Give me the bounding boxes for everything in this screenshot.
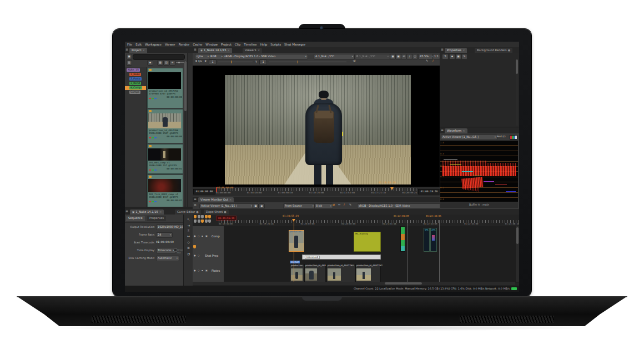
eye-icon[interactable]: ○: [198, 235, 200, 237]
scrollbar-handle[interactable]: [385, 282, 422, 285]
timeline-hscrollbar[interactable]: [193, 282, 515, 285]
gamma-slider[interactable]: [269, 62, 346, 62]
panel-menu-icon[interactable]: ≡: [441, 48, 444, 52]
panel-menu-icon[interactable]: ≡: [125, 48, 128, 52]
menu-item[interactable]: Scripts: [270, 43, 281, 46]
lock-icon[interactable]: ▪: [202, 270, 203, 272]
razor-tool-icon[interactable]: ≣: [187, 246, 190, 250]
bin-item[interactable]: 1_Nuke: [129, 73, 141, 76]
display-transform-dropdown[interactable]: sRGB - Display/ACES 1.0 - SDR Video▾: [223, 54, 308, 59]
viewer-playhead-handle[interactable]: [390, 187, 394, 190]
clip-striped[interactable]: [400, 226, 405, 252]
tag-shield-icon[interactable]: [194, 215, 197, 218]
clip-plate-1[interactable]: production: [290, 264, 304, 282]
bin-clip-card[interactable]: 101_fish_0201_comp v1 2048x1080 115f @24…: [147, 174, 183, 207]
tag-shield-icon[interactable]: [205, 215, 208, 218]
select-tool-icon[interactable]: ↖: [187, 218, 190, 222]
input-b-dropdown[interactable]: B 1_Nuk../15*▾: [355, 54, 390, 59]
alpha-icon[interactable]: ∕: [344, 203, 345, 207]
output-resolution-dropdown[interactable]: 1920x1080 HD_1080▾: [156, 225, 185, 230]
lut-pencil-icon[interactable]: ✎: [349, 203, 351, 207]
bit-depth-dropdown[interactable]: 8 bit▾: [314, 203, 333, 209]
menu-item[interactable]: Clip: [235, 43, 240, 46]
time-display-dropdown[interactable]: Timecode▾: [156, 248, 176, 253]
view-grid-button[interactable]: ▦: [157, 60, 163, 66]
track-header-plates[interactable]: ● ○ ▪ ▣ Plates: [193, 263, 224, 282]
menu-item[interactable]: Edit: [135, 43, 142, 46]
tree-row[interactable]: Comps: [129, 91, 146, 94]
bin-search-input[interactable]: [133, 54, 185, 60]
start-timecode-value[interactable]: 01:00:00:00: [156, 241, 174, 243]
bin-clip-card[interactable]: production_id_4957766 1920x1080 250f @50…: [147, 109, 183, 143]
clip-plate-2[interactable]: production_id_495: [304, 264, 325, 282]
menu-item[interactable]: Window: [205, 43, 218, 46]
tree-row[interactable]: Nuke_15: [127, 68, 146, 72]
menu-item[interactable]: Viewer: [165, 43, 175, 46]
viewer-out-tc[interactable]: 01:00:19:20: [418, 189, 440, 195]
tree-row[interactable]: 1_Nuke: [129, 73, 146, 77]
scrollbar-handle[interactable]: [516, 59, 518, 74]
view-list-button[interactable]: ▤: [163, 60, 169, 66]
scope-channel-label[interactable]: Red (r): [497, 135, 506, 138]
menu-item[interactable]: File: [127, 43, 132, 46]
gain-prev-icon[interactable]: ◀: [195, 60, 197, 63]
close-icon[interactable]: ×: [462, 129, 465, 133]
speaker-icon[interactable]: ◄): [353, 59, 356, 63]
viewer-in-tc[interactable]: 01:00:00:00: [193, 189, 215, 195]
clip-retime-1[interactable]: -0%: [424, 228, 430, 252]
bin-item[interactable]: Nuke_15: [127, 68, 140, 72]
viewer-canvas[interactable]: 01:19:55:19: [193, 66, 440, 187]
close-icon[interactable]: ×: [462, 49, 465, 52]
bin-item[interactable]: 2_Foota: [129, 77, 142, 81]
subtab-sequence[interactable]: Sequence: [126, 216, 145, 221]
tag-shield-icon[interactable]: [208, 215, 211, 218]
pencil-icon[interactable]: ✎: [426, 59, 428, 63]
waveform-scope[interactable]: 1.00.80.60.40.20.0: [440, 141, 518, 202]
panel-menu-icon[interactable]: ≡: [194, 48, 197, 52]
mask-button[interactable]: ○: [412, 54, 418, 59]
slip-tool-icon[interactable]: ⇥: [187, 224, 190, 228]
plates-tag[interactable]: 01r[50]: [290, 261, 300, 263]
flop-icon[interactable]: ↔: [338, 203, 340, 207]
gamma-value[interactable]: 1: [259, 59, 267, 65]
clip-plate-4[interactable]: production_id_4957762: [355, 264, 381, 282]
monitor-display-button[interactable]: ▣: [253, 203, 259, 209]
clip-retime-2[interactable]: L0%: [430, 228, 437, 252]
lock-icon[interactable]: ▪: [449, 54, 455, 59]
disk-caching-dropdown[interactable]: Automatic▾: [156, 256, 179, 261]
menu-item[interactable]: Render: [179, 43, 190, 46]
panel-menu-icon[interactable]: ≡: [194, 197, 197, 201]
tag-shield-icon[interactable]: [198, 215, 200, 218]
bin-flag-button[interactable]: ▪: [147, 60, 153, 66]
track-header-comp[interactable]: ● ○ ▪ ▣ Comp: [193, 226, 224, 251]
timeline-playhead-handle[interactable]: [292, 219, 295, 222]
bin-clip-card[interactable]: 101_004_comp v1 2048x1080 75f @24FPS 00:…: [147, 144, 183, 174]
gear-icon[interactable]: ⚙: [194, 203, 197, 207]
lock-icon[interactable]: ▪: [202, 235, 203, 237]
menu-item[interactable]: Timeline: [244, 43, 256, 46]
blend-icon[interactable]: ▣: [205, 270, 208, 272]
slider-knob[interactable]: [178, 62, 180, 63]
menu-item[interactable]: Help: [260, 43, 268, 46]
gain-next-icon[interactable]: ▶: [205, 60, 207, 63]
roi-icon[interactable]: ∕: [432, 59, 434, 63]
close-icon[interactable]: ×: [228, 49, 230, 52]
mute-icon[interactable]: ●: [194, 255, 196, 257]
menu-item[interactable]: Project: [221, 43, 232, 46]
clip-comp-selected[interactable]: production: [289, 230, 304, 252]
close-icon[interactable]: ×: [143, 49, 145, 52]
blend-icon[interactable]: ▣: [205, 235, 208, 237]
gain-slider[interactable]: [218, 62, 253, 62]
pencil-icon[interactable]: ✎: [461, 54, 467, 59]
tag-shield-icon[interactable]: [201, 220, 204, 223]
menu-item[interactable]: Workspace: [145, 43, 162, 46]
clip-inference[interactable]: Inference2: [302, 255, 381, 260]
close-icon[interactable]: ×: [159, 211, 162, 214]
close-icon[interactable]: ×: [258, 49, 260, 52]
bin-clip-card[interactable]: production_id_4957762 473+968 673f @30FP…: [147, 68, 183, 108]
gain-value[interactable]: 1: [209, 59, 217, 65]
tag-shield-icon[interactable]: [201, 215, 204, 218]
proxy-ratio-button[interactable]: 1:1: [432, 54, 440, 59]
timeline-playhead[interactable]: [294, 220, 294, 282]
retime-tool-icon[interactable]: ◔: [187, 252, 190, 256]
